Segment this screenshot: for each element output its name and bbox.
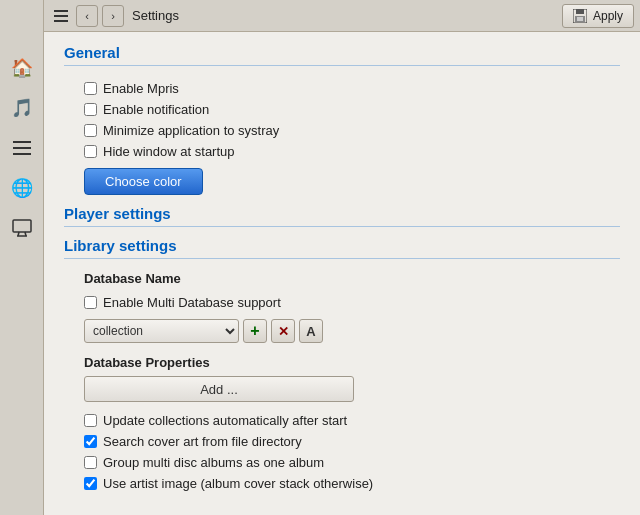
apply-button[interactable]: Apply [562, 4, 634, 28]
library-checkboxes: Update collections automatically after s… [84, 410, 620, 494]
enable-multi-db-label[interactable]: Enable Multi Database support [103, 295, 281, 310]
database-properties-label: Database Properties [84, 355, 620, 370]
sidebar-icon-home[interactable]: 🏠 [4, 50, 40, 86]
enable-mpris-checkbox[interactable] [84, 82, 97, 95]
library-settings-header: Library settings [64, 237, 620, 259]
hide-window-checkbox[interactable] [84, 145, 97, 158]
svg-rect-0 [13, 141, 31, 143]
page-title: Settings [128, 8, 558, 23]
checkbox-row-search-cover: Search cover art from file directory [84, 431, 620, 452]
group-disc-checkbox[interactable] [84, 456, 97, 469]
enable-notification-label[interactable]: Enable notification [103, 102, 209, 117]
db-add-button[interactable]: + [243, 319, 267, 343]
svg-rect-13 [577, 17, 583, 21]
svg-rect-8 [54, 15, 68, 17]
checkbox-row-hide-window: Hide window at startup [84, 141, 620, 162]
enable-mpris-label[interactable]: Enable Mpris [103, 81, 179, 96]
auto-update-checkbox[interactable] [84, 414, 97, 427]
checkbox-row-notification: Enable notification [84, 99, 620, 120]
artist-image-label[interactable]: Use artist image (album cover stack othe… [103, 476, 373, 491]
enable-notification-checkbox[interactable] [84, 103, 97, 116]
sidebar-icon-list[interactable] [4, 130, 40, 166]
forward-button[interactable]: › [102, 5, 124, 27]
group-disc-label[interactable]: Group multi disc albums as one album [103, 455, 324, 470]
titlebar: ‹ › Settings Apply [44, 0, 640, 32]
db-remove-button[interactable]: ✕ [271, 319, 295, 343]
sidebar: 🏠 🎵 🌐 [0, 0, 44, 515]
auto-update-label[interactable]: Update collections automatically after s… [103, 413, 347, 428]
choose-color-button[interactable]: Choose color [84, 168, 203, 195]
database-name-label: Database Name [84, 271, 620, 286]
svg-rect-3 [13, 220, 31, 232]
hide-window-label[interactable]: Hide window at startup [103, 144, 235, 159]
db-rename-button[interactable]: A [299, 319, 323, 343]
svg-rect-2 [13, 153, 31, 155]
search-cover-label[interactable]: Search cover art from file directory [103, 434, 302, 449]
library-settings-section: Database Name Enable Multi Database supp… [64, 265, 620, 504]
minimize-systray-checkbox[interactable] [84, 124, 97, 137]
general-section: Enable Mpris Enable notification Minimiz… [64, 72, 620, 205]
apply-label: Apply [593, 9, 623, 23]
sidebar-icon-music[interactable]: 🎵 [4, 90, 40, 126]
checkbox-row-mpris: Enable Mpris [84, 78, 620, 99]
svg-rect-7 [54, 10, 68, 12]
enable-multi-db-checkbox[interactable] [84, 296, 97, 309]
player-settings-header: Player settings [64, 205, 620, 227]
svg-rect-9 [54, 20, 68, 22]
hamburger-menu-icon[interactable] [50, 5, 72, 27]
checkbox-row-auto-update: Update collections automatically after s… [84, 410, 620, 431]
back-button[interactable]: ‹ [76, 5, 98, 27]
artist-image-checkbox[interactable] [84, 477, 97, 490]
search-cover-checkbox[interactable] [84, 435, 97, 448]
checkbox-row-multi-db: Enable Multi Database support [84, 292, 620, 313]
main-area: ‹ › Settings Apply General Enable Mpris … [44, 0, 640, 515]
general-header: General [64, 44, 620, 66]
db-name-select[interactable]: collection [84, 319, 239, 343]
checkbox-row-artist-image: Use artist image (album cover stack othe… [84, 473, 620, 494]
content-area: General Enable Mpris Enable notification… [44, 32, 640, 515]
checkbox-row-systray: Minimize application to systray [84, 120, 620, 141]
sidebar-icon-monitor[interactable] [4, 210, 40, 246]
svg-rect-11 [576, 9, 584, 14]
minimize-systray-label[interactable]: Minimize application to systray [103, 123, 279, 138]
sidebar-icon-globe[interactable]: 🌐 [4, 170, 40, 206]
checkbox-row-group-disc: Group multi disc albums as one album [84, 452, 620, 473]
svg-rect-1 [13, 147, 31, 149]
db-controls-row: collection + ✕ A [84, 319, 620, 343]
add-property-button[interactable]: Add ... [84, 376, 354, 402]
